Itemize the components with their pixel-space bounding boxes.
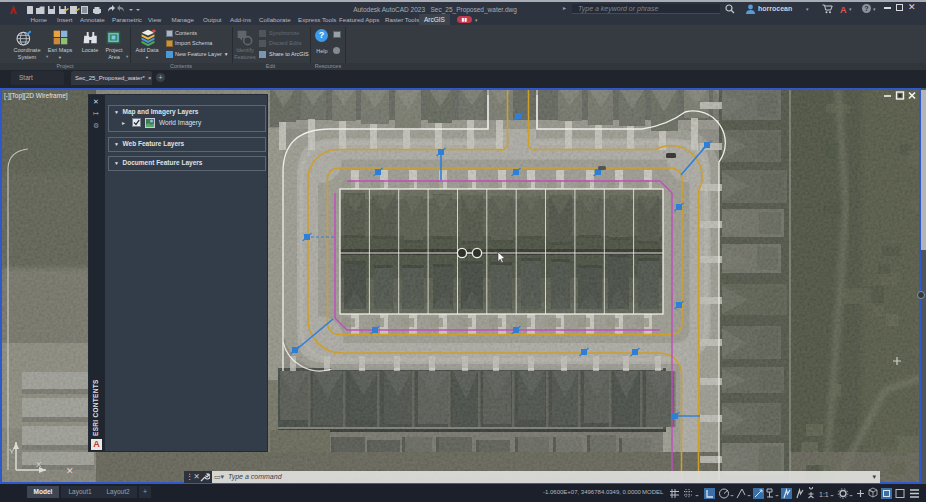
svg-text:X: X [36,460,42,469]
svg-text:Y: Y [9,447,15,456]
svg-text:1:1: 1:1 [819,491,829,498]
